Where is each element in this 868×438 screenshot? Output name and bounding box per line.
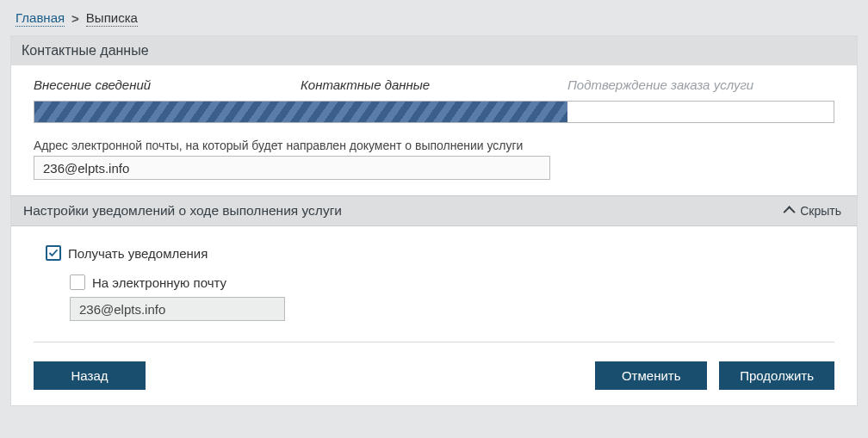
notify-block: Получать уведомления На электронную почт… [34, 226, 834, 342]
button-row: Назад Отменить Продолжить [34, 361, 834, 390]
breadcrumb-home[interactable]: Главная [16, 10, 65, 27]
wizard-step-1: Внесение сведений [34, 77, 301, 92]
hide-toggle-label: Скрыть [800, 204, 841, 218]
main-panel: Контактные данные Внесение сведений Конт… [10, 35, 858, 406]
notify-section-title: Настройки уведомлений о ходе выполнения … [23, 203, 342, 219]
wizard-step-3: Подтверждение заказа услуги [567, 77, 834, 92]
progress-bar [34, 101, 834, 123]
hide-toggle[interactable]: Скрыть [786, 204, 841, 218]
notify-section-header: Настройки уведомлений о ходе выполнения … [11, 195, 857, 226]
breadcrumb: Главная > Выписка [10, 9, 858, 35]
receive-notifications-label: Получать уведомления [68, 246, 208, 261]
notify-email-input [70, 297, 285, 321]
by-email-checkbox[interactable] [70, 275, 85, 290]
chevron-up-icon [784, 206, 796, 218]
wizard-step-2: Контактные данные [301, 77, 567, 92]
email-input[interactable] [34, 156, 550, 180]
breadcrumb-current: Выписка [86, 10, 138, 27]
back-button[interactable]: Назад [34, 361, 146, 390]
receive-notifications-checkbox[interactable] [46, 245, 61, 261]
by-email-row: На электронную почту [70, 275, 834, 290]
cancel-button[interactable]: Отменить [595, 361, 707, 390]
receive-notifications-row: Получать уведомления [46, 245, 834, 261]
continue-button[interactable]: Продолжить [719, 361, 834, 390]
panel-title: Контактные данные [11, 36, 857, 65]
by-email-label: На электронную почту [92, 275, 226, 290]
breadcrumb-separator: > [71, 11, 79, 26]
check-icon [48, 248, 59, 258]
progress-fill [34, 102, 567, 122]
email-label: Адрес электронной почты, на который буде… [34, 139, 834, 152]
progress-empty [567, 102, 834, 122]
wizard-steps: Внесение сведений Контактные данные Подт… [34, 77, 834, 92]
